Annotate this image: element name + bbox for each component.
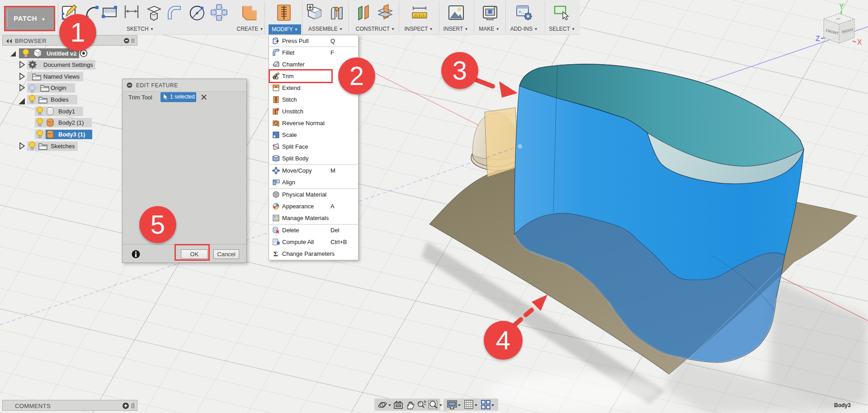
svg-text:Body1: Body1 bbox=[58, 108, 75, 115]
svg-text:Named Views: Named Views bbox=[43, 73, 80, 80]
svg-text:Origin: Origin bbox=[51, 84, 66, 91]
svg-text:Y: Y bbox=[839, 3, 844, 10]
svg-text:Bodies: Bodies bbox=[51, 96, 69, 103]
svg-text:Sketches: Sketches bbox=[51, 143, 75, 150]
svg-text:>_: >_ bbox=[519, 10, 524, 14]
svg-text:Body2 (1): Body2 (1) bbox=[58, 119, 84, 126]
svg-text:Body3 (1): Body3 (1) bbox=[58, 131, 85, 138]
svg-text:Σ: Σ bbox=[274, 250, 278, 258]
svg-text:X: X bbox=[857, 38, 862, 46]
svg-text:Z: Z bbox=[816, 35, 820, 42]
svg-text:Document Settings: Document Settings bbox=[43, 61, 93, 68]
svg-text:Untitled v2: Untitled v2 bbox=[47, 50, 76, 57]
